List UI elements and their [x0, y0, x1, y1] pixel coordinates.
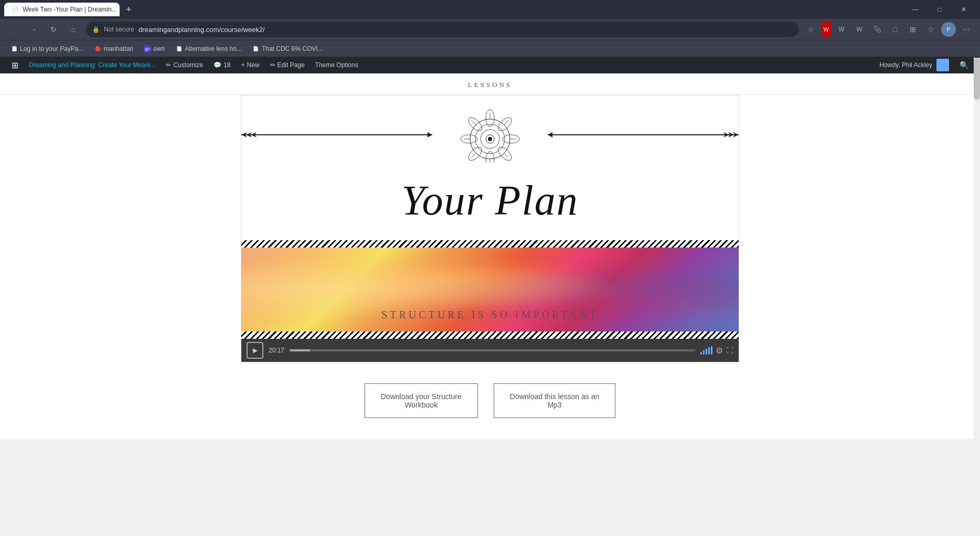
profile-icon[interactable]: P — [941, 22, 956, 37]
wp-new-label: New — [247, 61, 260, 69]
star-icon[interactable]: ☆ — [804, 22, 818, 37]
mandala-image — [438, 106, 542, 164]
wp-comments[interactable]: 💬 18 — [208, 57, 236, 73]
bookmark-alternative-icon: 📄 — [175, 45, 183, 52]
download-workbook-label: Download your StructureWorkbook — [381, 392, 462, 409]
watercolor-image: STRUCTURE IS SO IMPORTANT — [241, 248, 739, 331]
wp-logo-icon: ⊞ — [12, 60, 18, 70]
wp-comments-count: 18 — [223, 61, 230, 69]
svg-marker-1 — [428, 132, 432, 137]
wp-admin-right: Howdy, Phil Ackley 🔍 — [875, 57, 974, 73]
fullscreen-icon[interactable]: ⛶ — [726, 346, 733, 355]
download-mp3-label: Download this lesson as anMp3 — [510, 392, 599, 409]
card-header: Your Plan — [241, 95, 739, 240]
scrollbar-track — [974, 58, 980, 439]
svg-line-19 — [504, 120, 508, 124]
wp-new[interactable]: + New — [236, 57, 265, 73]
bookmark-paypal-label: Log in to your PayPa... — [20, 45, 83, 52]
extension-icon-4[interactable]: 📎 — [870, 22, 885, 37]
video-player-controls: ▶ 20:17 ⚙ ⛶ — [241, 339, 739, 362]
not-secure-label: Not secure — [104, 26, 134, 33]
vol-bar-2 — [703, 350, 705, 355]
vol-bar-3 — [706, 349, 707, 355]
arrows-mandala-row — [241, 106, 739, 164]
video-right-controls: ⚙ ⛶ — [700, 346, 733, 356]
extension-icon-2[interactable]: W — [834, 22, 849, 37]
forward-button[interactable]: → — [26, 22, 41, 37]
scrollbar-thumb[interactable] — [974, 58, 980, 100]
bookmark-alternative-label: Alternative lens ho... — [185, 45, 242, 52]
video-progress-bar[interactable] — [290, 349, 695, 351]
close-button[interactable]: ✕ — [952, 0, 976, 19]
page-content: LESSONS — [0, 73, 980, 439]
browser-tab[interactable]: 📄 Week Two -Your Plan | Dreamin... ✕ — [4, 3, 120, 16]
svg-point-17 — [488, 137, 492, 141]
wp-admin-bar: ⊞ Dreaming and Planning: Create Your Mea… — [0, 57, 980, 73]
wp-avatar — [936, 59, 949, 71]
new-tab-button[interactable]: + — [124, 4, 134, 15]
refresh-button[interactable]: ↻ — [46, 22, 61, 37]
wp-customize-label: Customize — [173, 61, 203, 69]
diagonal-border-top — [241, 240, 739, 248]
bookmark-manhattan-label: manhattan — [103, 45, 133, 52]
address-url: dreamingandplanning.com/course/week2/ — [139, 26, 792, 34]
wp-search-icon[interactable]: 🔍 — [954, 61, 974, 69]
svg-line-25 — [472, 120, 476, 124]
wp-howdy[interactable]: Howdy, Phil Ackley — [875, 57, 954, 73]
favorites-icon[interactable]: ☆ — [923, 22, 938, 37]
bookmark-manhattan[interactable]: 🔴 manhattan — [90, 43, 137, 55]
left-arrow-line — [241, 134, 432, 135]
back-button[interactable]: ← — [6, 22, 21, 37]
bookmark-alternative[interactable]: 📄 Alternative lens ho... — [171, 43, 246, 55]
wp-customize-icon: ✏ — [166, 61, 171, 69]
wp-site-name[interactable]: Dreaming and Planning: Create Your Meani… — [24, 57, 161, 73]
video-time: 20:17 — [269, 347, 284, 354]
right-arrow-line — [548, 134, 739, 135]
bookmark-manhattan-icon: 🔴 — [94, 45, 101, 52]
vol-bar-4 — [708, 347, 710, 355]
structure-text: STRUCTURE IS SO IMPORTANT — [381, 309, 599, 321]
wp-customize[interactable]: ✏ Customize — [161, 57, 208, 73]
play-icon: ▶ — [253, 347, 258, 354]
bookmark-cdc-icon: 📄 — [252, 45, 260, 52]
browser-addressbar: ← → ↻ ⌂ 🔒 Not secure dreamingandplanning… — [0, 19, 980, 40]
vol-bar-5 — [711, 346, 712, 355]
svg-marker-27 — [548, 132, 552, 137]
collections-icon[interactable]: ⊞ — [906, 22, 920, 37]
bookmark-cdc[interactable]: 📄 That CDC 6% COVI... — [248, 43, 327, 55]
svg-line-23 — [472, 153, 476, 157]
download-workbook-button[interactable]: Download your StructureWorkbook — [365, 383, 478, 418]
minimize-button[interactable]: — — [903, 0, 928, 19]
wp-comments-bubble-icon: 💬 — [214, 61, 221, 69]
video-progress-fill — [290, 349, 310, 351]
bookmark-paypal[interactable]: 📄 Log in to your PayPa... — [6, 43, 88, 55]
bookmark-own-icon: go — [144, 45, 151, 52]
wp-theme-options[interactable]: Theme Options — [310, 57, 364, 73]
bookmark-cdc-label: That CDC 6% COVI... — [262, 45, 323, 52]
vol-bar-1 — [700, 352, 702, 355]
tab-favicon: 📄 — [13, 6, 18, 13]
browser-titlebar: 📄 Week Two -Your Plan | Dreamin... ✕ + —… — [0, 0, 980, 19]
extension-icon-5[interactable]: □ — [888, 22, 902, 37]
home-button[interactable]: ⌂ — [66, 22, 81, 37]
wp-edit-page[interactable]: ✏ Edit Page — [265, 57, 310, 73]
settings-icon[interactable]: ⚙ — [716, 346, 723, 356]
maximize-button[interactable]: □ — [928, 0, 952, 19]
your-plan-title: Your Plan — [241, 169, 739, 235]
extension-icon-1[interactable]: W — [822, 22, 831, 37]
bookmark-own[interactable]: go own — [140, 43, 169, 55]
volume-bars[interactable] — [700, 346, 712, 355]
wp-new-plus-icon: + — [241, 61, 245, 69]
wp-logo-item[interactable]: ⊞ — [6, 57, 24, 73]
play-button[interactable]: ▶ — [247, 342, 263, 359]
address-box[interactable]: 🔒 Not secure dreamingandplanning.com/cou… — [86, 22, 798, 37]
bookmark-own-label: own — [153, 45, 165, 52]
download-mp3-button[interactable]: Download this lesson as anMp3 — [494, 383, 615, 418]
more-menu-icon[interactable]: ⋯ — [959, 22, 974, 37]
wp-howdy-text: Howdy, Phil Ackley — [880, 61, 932, 69]
browser-toolbar-icons: ☆ W W W 📎 □ ⊞ ☆ P ⋯ — [804, 22, 974, 37]
lock-icon: 🔒 — [92, 26, 100, 33]
bookmarks-bar: 📄 Log in to your PayPa... 🔴 manhattan go… — [0, 40, 980, 57]
diagonal-border-bottom — [241, 331, 739, 339]
extension-icon-3[interactable]: W — [852, 22, 867, 37]
